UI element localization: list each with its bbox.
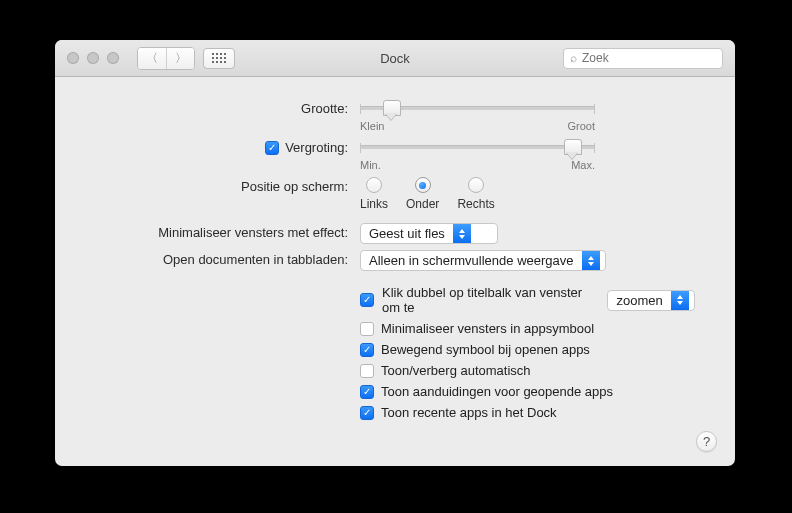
check-animate-open: ✓ Bewegend symbool bij openen apps	[360, 342, 695, 357]
open-tabs-label: Open documenten in tabbladen:	[95, 250, 360, 267]
preferences-window: 〈 〉 Dock ⌕ Grootte:	[55, 40, 735, 466]
row-minimize-effect: Minimaliseer vensters met effect: Geest …	[95, 223, 695, 244]
radio-icon	[366, 177, 382, 193]
magnification-min-label: Min.	[360, 159, 381, 171]
open-tabs-select[interactable]: Alleen in schermvullende weergave	[360, 250, 606, 271]
row-open-tabs: Open documenten in tabbladen: Alleen in …	[95, 250, 695, 271]
radio-icon	[415, 177, 431, 193]
size-slider[interactable]	[360, 106, 595, 110]
search-field[interactable]: ⌕	[563, 48, 723, 69]
search-input[interactable]	[582, 51, 732, 65]
position-label: Positie op scherm:	[95, 177, 360, 194]
size-slider-thumb[interactable]	[383, 100, 399, 121]
chevron-left-icon: 〈	[146, 50, 158, 67]
nav-back-forward: 〈 〉	[137, 47, 195, 70]
row-checklist: ✓ Klik dubbel op titelbalk van venster o…	[95, 285, 695, 420]
updown-arrows-icon	[671, 291, 689, 310]
check-recent-apps: ✓ Toon recente apps in het Dock	[360, 405, 695, 420]
minimize-icon[interactable]	[87, 52, 99, 64]
size-min-label: Klein	[360, 120, 384, 132]
magnification-checkbox[interactable]: ✓	[265, 141, 279, 155]
recent-apps-checkbox[interactable]: ✓	[360, 406, 374, 420]
autohide-checkbox[interactable]	[360, 364, 374, 378]
check-icon: ✓	[363, 345, 371, 355]
animate-open-checkbox[interactable]: ✓	[360, 343, 374, 357]
titlebar: 〈 〉 Dock ⌕	[55, 40, 735, 77]
zoom-icon[interactable]	[107, 52, 119, 64]
check-minimize-into-app: Minimaliseer vensters in appsymbool	[360, 321, 695, 336]
check-indicators: ✓ Toon aanduidingen voor geopende apps	[360, 384, 695, 399]
back-button[interactable]: 〈	[138, 48, 166, 69]
row-magnification: ✓ Vergroting: Min. Max.	[95, 138, 695, 171]
size-label: Grootte:	[95, 99, 360, 116]
forward-button[interactable]: 〉	[166, 48, 194, 69]
updown-arrows-icon	[453, 224, 471, 243]
search-icon: ⌕	[570, 51, 577, 65]
window-controls	[55, 52, 119, 64]
check-icon: ✓	[268, 143, 276, 153]
check-icon: ✓	[363, 408, 371, 418]
row-size: Grootte: Klein Groot	[95, 99, 695, 132]
size-max-label: Groot	[567, 120, 595, 132]
content-area: Grootte: Klein Groot ✓ Vergroting:	[55, 77, 735, 448]
check-doubleclick: ✓ Klik dubbel op titelbalk van venster o…	[360, 285, 695, 315]
help-button[interactable]: ?	[696, 431, 717, 452]
magnification-label: Vergroting:	[285, 140, 348, 155]
chevron-right-icon: 〉	[175, 50, 187, 67]
doubleclick-action-select[interactable]: zoomen	[607, 290, 695, 311]
position-option-links[interactable]: Links	[360, 177, 388, 211]
doubleclick-checkbox[interactable]: ✓	[360, 293, 374, 307]
minimize-into-app-checkbox[interactable]	[360, 322, 374, 336]
radio-icon	[468, 177, 484, 193]
magnification-slider-thumb[interactable]	[564, 139, 580, 160]
row-position: Positie op scherm: Links Onder Rechts	[95, 177, 695, 211]
indicators-checkbox[interactable]: ✓	[360, 385, 374, 399]
minimize-effect-label: Minimaliseer vensters met effect:	[95, 223, 360, 240]
grid-icon	[212, 53, 226, 63]
close-icon[interactable]	[67, 52, 79, 64]
position-option-rechts[interactable]: Rechts	[457, 177, 494, 211]
position-radio-group: Links Onder Rechts	[360, 177, 695, 211]
check-icon: ✓	[363, 387, 371, 397]
updown-arrows-icon	[582, 251, 600, 270]
show-all-button[interactable]	[203, 48, 235, 69]
minimize-effect-select[interactable]: Geest uit fles	[360, 223, 498, 244]
magnification-max-label: Max.	[571, 159, 595, 171]
check-icon: ✓	[363, 295, 371, 305]
magnification-slider[interactable]	[360, 145, 595, 149]
position-option-onder[interactable]: Onder	[406, 177, 439, 211]
check-autohide: Toon/verberg automatisch	[360, 363, 695, 378]
